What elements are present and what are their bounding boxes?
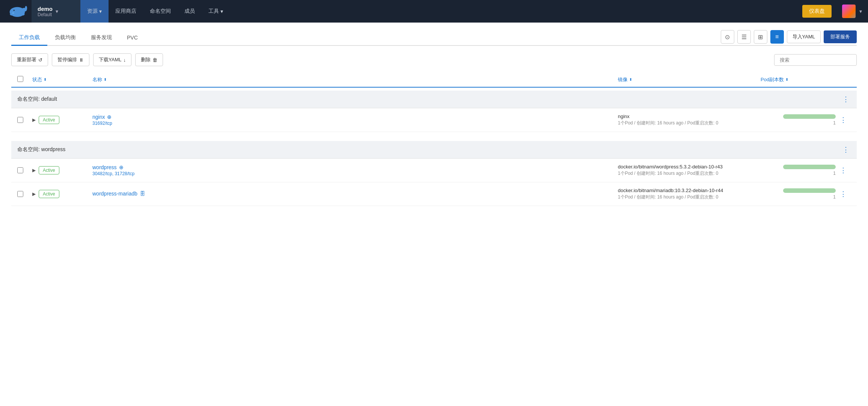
nav-item-appstore[interactable]: 应用商店 bbox=[109, 0, 143, 23]
dashboard-button[interactable]: 仪表盘 bbox=[802, 5, 832, 18]
tab-service-discovery[interactable]: 服务发现 bbox=[83, 30, 119, 46]
status-badge-mariadb: Active bbox=[39, 190, 59, 198]
row-menu-button-mariadb[interactable]: ⋮ bbox=[836, 190, 851, 198]
deploy-button[interactable]: 部署服务 bbox=[824, 30, 857, 43]
col-header-image[interactable]: 镜像 ⬍ bbox=[618, 76, 761, 83]
nav-item-resources[interactable]: 资源 ▾ bbox=[80, 0, 109, 23]
image-cell-mariadb: docker.io/bitnami/mariadb:10.3.22-debian… bbox=[618, 188, 761, 200]
status-sort-icon: ⬍ bbox=[44, 77, 47, 82]
svg-point-5 bbox=[14, 10, 15, 11]
workload-name-wordpress[interactable]: wordpress ⊕ bbox=[92, 164, 618, 170]
service-port-nginx[interactable]: 31692/tcp bbox=[92, 121, 618, 126]
brand-name: demo bbox=[38, 6, 53, 12]
pause-icon: ⏸ bbox=[79, 57, 84, 63]
expand-icon-nginx[interactable]: ▶ bbox=[32, 117, 36, 123]
name-cell-mariadb: wordpress-mariadb 🗄 bbox=[92, 191, 618, 197]
row-checkbox-mariadb[interactable] bbox=[17, 191, 23, 197]
resources-chevron-icon: ▾ bbox=[99, 8, 102, 14]
namespace-header-wordpress: 命名空间: wordpress ⋮ bbox=[11, 141, 857, 159]
download-icon: ↓ bbox=[123, 57, 126, 63]
image-name-wordpress: docker.io/bitnami/wordpress:5.3.2-debian… bbox=[618, 164, 761, 170]
row-checkbox-wordpress[interactable] bbox=[17, 167, 23, 173]
select-all-checkbox[interactable] bbox=[17, 76, 23, 82]
table-row: ▶ Active nginx ⊕ 31692/tcp nginx 1个Pod /… bbox=[11, 108, 857, 132]
pod-replicas-sort-icon: ⬍ bbox=[785, 77, 788, 82]
row-checkbox-nginx[interactable] bbox=[17, 117, 23, 123]
expand-icon-mariadb[interactable]: ▶ bbox=[32, 191, 36, 197]
brand-sub: Default bbox=[38, 12, 53, 17]
image-meta-nginx: 1个Pod / 创建时间: 16 hours ago / Pod重启次数: 0 bbox=[618, 120, 761, 126]
user-chevron-icon: ▾ bbox=[859, 8, 862, 14]
replica-bar-nginx bbox=[783, 114, 836, 119]
view-icon-btn-4[interactable]: ≡ bbox=[770, 30, 784, 44]
namespace-header-default: 命名空间: default ⋮ bbox=[11, 91, 857, 108]
nav-item-namespace[interactable]: 命名空间 bbox=[143, 0, 178, 23]
user-avatar bbox=[842, 5, 856, 18]
view-icon-btn-1[interactable]: ⊙ bbox=[721, 30, 734, 44]
delete-button[interactable]: 删除 🗑 bbox=[135, 53, 163, 66]
status-cell-wordpress: ▶ Active bbox=[32, 166, 92, 174]
service-port-wordpress[interactable]: 30482/tcp, 31728/tcp bbox=[92, 171, 618, 176]
image-name-nginx: nginx bbox=[618, 114, 761, 119]
redeploy-button[interactable]: 重新部署 ↺ bbox=[11, 53, 48, 66]
replicas-cell-wordpress: 1 bbox=[761, 165, 836, 176]
download-yaml-button[interactable]: 下载YAML ↓ bbox=[93, 53, 131, 66]
select-all-checkbox-cell bbox=[17, 76, 32, 83]
replica-count-wordpress: 1 bbox=[833, 171, 836, 176]
workload-name-mariadb[interactable]: wordpress-mariadb 🗄 bbox=[92, 191, 618, 197]
pause-button[interactable]: 暂停编排 ⏸ bbox=[52, 53, 89, 66]
brand-selector[interactable]: demo Default ▾ bbox=[32, 0, 80, 23]
view-icon-btn-2[interactable]: ☰ bbox=[737, 30, 751, 44]
name-sort-icon: ⬍ bbox=[104, 77, 107, 82]
toolbar: 重新部署 ↺ 暂停编排 ⏸ 下载YAML ↓ 删除 🗑 bbox=[11, 53, 857, 66]
col-header-pod-replicas[interactable]: Pod副本数 ⬍ bbox=[761, 76, 836, 83]
row-menu-button-nginx[interactable]: ⋮ bbox=[836, 116, 851, 124]
nav-item-tools[interactable]: 工具 ▾ bbox=[202, 0, 230, 23]
user-area[interactable]: ▾ bbox=[836, 0, 868, 23]
status-badge-wordpress: Active bbox=[39, 166, 59, 174]
namespace-label-wordpress: 命名空间: wordpress bbox=[17, 146, 65, 153]
image-cell-wordpress: docker.io/bitnami/wordpress:5.3.2-debian… bbox=[618, 164, 761, 177]
replicas-cell-nginx: 1 bbox=[761, 114, 836, 126]
svg-point-2 bbox=[21, 13, 24, 15]
replica-bar-mariadb bbox=[783, 188, 836, 193]
status-badge-nginx: Active bbox=[39, 116, 59, 124]
import-yaml-button[interactable]: 导入YAML bbox=[787, 30, 821, 43]
db-icon-mariadb: 🗄 bbox=[140, 191, 145, 197]
tab-actions: ⊙ ☰ ⊞ ≡ 导入YAML 部署服务 bbox=[721, 30, 857, 45]
row-menu-button-wordpress[interactable]: ⋮ bbox=[836, 166, 851, 174]
search-input[interactable] bbox=[774, 54, 857, 66]
svg-point-6 bbox=[12, 12, 14, 14]
tab-pvc[interactable]: PVC bbox=[119, 31, 145, 45]
logo-area[interactable] bbox=[6, 4, 29, 19]
main-content: 工作负载 负载均衡 服务发现 PVC ⊙ ☰ ⊞ ≡ 导入YAML 部署服务 重… bbox=[0, 23, 868, 214]
table-header: 状态 ⬍ 名称 ⬍ 镜像 ⬍ Pod副本数 ⬍ bbox=[11, 72, 857, 88]
delete-icon: 🗑 bbox=[152, 57, 157, 63]
status-cell-nginx: ▶ Active bbox=[32, 116, 92, 124]
image-name-mariadb: docker.io/bitnami/mariadb:10.3.22-debian… bbox=[618, 188, 761, 193]
scale-icon-wordpress: ⊕ bbox=[119, 164, 124, 170]
table-row: ▶ Active wordpress ⊕ 30482/tcp, 31728/tc… bbox=[11, 159, 857, 182]
expand-icon-wordpress[interactable]: ▶ bbox=[32, 168, 36, 173]
image-meta-mariadb: 1个Pod / 创建时间: 16 hours ago / Pod重启次数: 0 bbox=[618, 194, 761, 200]
replica-count-nginx: 1 bbox=[833, 120, 836, 126]
image-meta-wordpress: 1个Pod / 创建时间: 16 hours ago / Pod重启次数: 0 bbox=[618, 170, 761, 177]
col-header-status[interactable]: 状态 ⬍ bbox=[32, 76, 92, 83]
nav-item-members[interactable]: 成员 bbox=[178, 0, 202, 23]
namespace-menu-button-default[interactable]: ⋮ bbox=[841, 95, 851, 103]
svg-point-4 bbox=[25, 6, 27, 11]
tab-workloads[interactable]: 工作负载 bbox=[11, 30, 47, 46]
tab-loadbalancer[interactable]: 负载均衡 bbox=[47, 30, 83, 46]
tabs-bar: 工作负载 负载均衡 服务发现 PVC ⊙ ☰ ⊞ ≡ 导入YAML 部署服务 bbox=[11, 30, 857, 46]
image-cell-nginx: nginx 1个Pod / 创建时间: 16 hours ago / Pod重启… bbox=[618, 114, 761, 126]
image-sort-icon: ⬍ bbox=[629, 77, 632, 82]
col-header-name[interactable]: 名称 ⬍ bbox=[92, 76, 618, 83]
status-cell-mariadb: ▶ Active bbox=[32, 190, 92, 198]
replica-bar-wordpress bbox=[783, 165, 836, 169]
name-cell-nginx: nginx ⊕ 31692/tcp bbox=[92, 114, 618, 126]
workload-name-nginx[interactable]: nginx ⊕ bbox=[92, 114, 618, 120]
namespace-menu-button-wordpress[interactable]: ⋮ bbox=[841, 145, 851, 154]
replica-count-mariadb: 1 bbox=[833, 194, 836, 200]
view-icon-btn-3[interactable]: ⊞ bbox=[754, 30, 767, 44]
replicas-cell-mariadb: 1 bbox=[761, 188, 836, 200]
